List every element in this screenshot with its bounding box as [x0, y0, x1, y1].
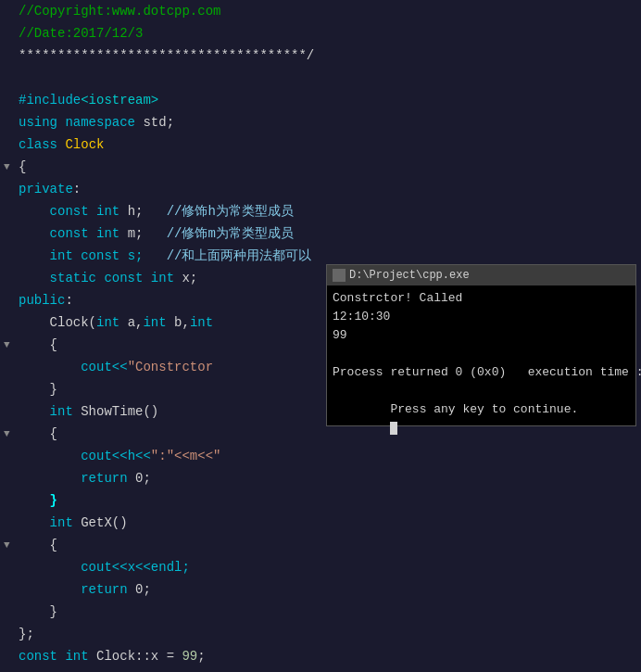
code-line-22: return 0; — [15, 467, 641, 489]
code-line-26: cout<<x<<endl; — [15, 556, 641, 578]
code-line-5: #include<iostream> — [15, 89, 641, 111]
code-line-9: private: — [15, 178, 641, 200]
code-line-10: const int h; //修饰h为常类型成员 — [15, 200, 641, 222]
terminal-line-6: Press any key to continue. — [333, 382, 630, 456]
code-line-3: *************************************/ — [15, 44, 641, 67]
code-line-8: ▼ { — [15, 156, 641, 178]
code-line-25: ▼ { — [15, 534, 641, 556]
code-line-27: return 0; — [15, 578, 641, 601]
terminal-line-4 — [333, 345, 630, 363]
line-text: //Copyright:www.dotcpp.com — [19, 0, 220, 22]
bracket-open: ▼ — [4, 156, 10, 178]
terminal-line-5: Process returned 0 (0x0) execution time … — [333, 363, 630, 382]
code-line-4 — [15, 67, 641, 89]
code-line-29: }; — [15, 623, 641, 645]
code-line-28: } — [15, 601, 641, 623]
code-line-7: class Clock — [15, 133, 641, 156]
bracket-open-2: ▼ — [4, 334, 10, 356]
code-line-1: //Copyright:www.dotcpp.com — [15, 0, 641, 22]
terminal-body: Constrctor! Called 12:10:30 99 Process r… — [327, 285, 635, 460]
terminal-line-2: 12:10:30 — [333, 308, 630, 326]
code-line-24: int GetX() — [15, 512, 641, 534]
terminal-app-icon — [333, 269, 346, 282]
terminal-line-1: Constrctor! Called — [333, 289, 630, 308]
code-line-6: using namespace std; — [15, 111, 641, 133]
bracket-open-4: ▼ — [4, 534, 10, 556]
bracket-open-3: ▼ — [4, 423, 10, 445]
terminal-line-3: 99 — [333, 326, 630, 345]
code-line-11: const int m; //修饰m为常类型成员 — [15, 222, 641, 245]
editor-area: //Copyright:www.dotcpp.com //Date:2017/1… — [0, 0, 641, 672]
line-text: //Date:2017/12/3 — [19, 22, 143, 44]
terminal-cursor — [390, 422, 397, 435]
code-line-23: } — [15, 489, 641, 512]
code-line-2: //Date:2017/12/3 — [15, 22, 641, 44]
line-text: *************************************/ — [19, 44, 314, 67]
terminal-titlebar: D:\Project\cpp.exe — [327, 265, 635, 285]
code-line-31: int main() — [15, 667, 641, 672]
terminal-title: D:\Project\cpp.exe — [349, 269, 470, 282]
terminal-window[interactable]: D:\Project\cpp.exe Constrctor! Called 12… — [326, 264, 636, 426]
code-line-30: const int Clock::x = 99; — [15, 645, 641, 667]
